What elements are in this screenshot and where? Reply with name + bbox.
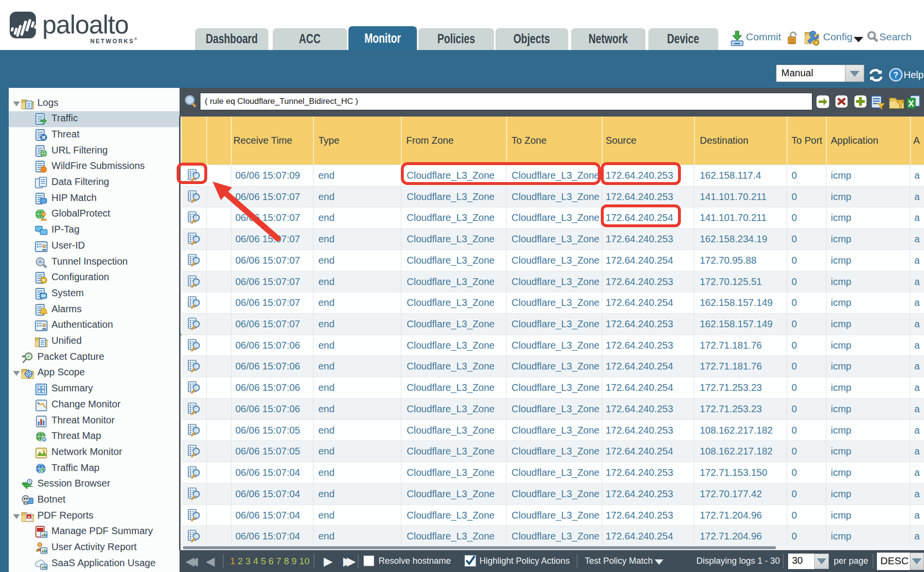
svg-text:?: ? — [893, 70, 898, 80]
svg-text:A: A — [28, 515, 30, 518]
